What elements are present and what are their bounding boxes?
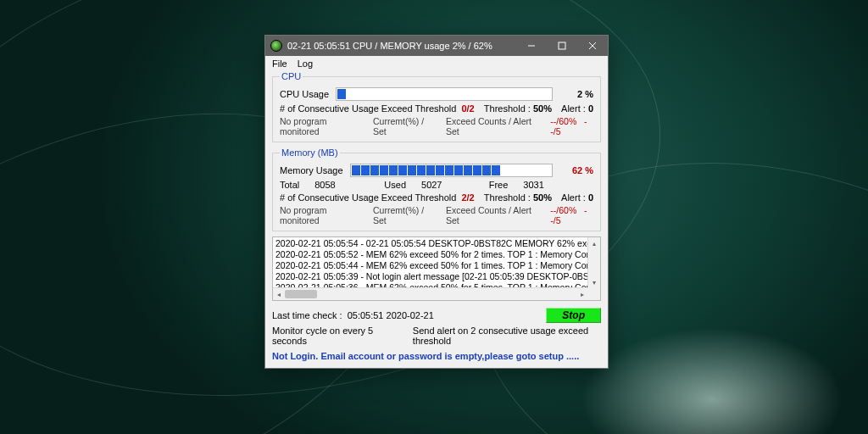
menubar: File Log bbox=[265, 56, 608, 71]
last-check-label: Last time check : bbox=[272, 310, 342, 320]
mem-total-value: 8058 bbox=[314, 180, 335, 190]
log-list[interactable]: 2020-02-21 05:05:54 - 02-21 05:05:54 DES… bbox=[272, 236, 601, 301]
log-line[interactable]: 2020-02-21 05:05:44 - MEM 62% exceed 50%… bbox=[275, 260, 588, 271]
maximize-button[interactable] bbox=[547, 36, 577, 56]
app-icon bbox=[270, 40, 282, 52]
minimize-button[interactable] bbox=[516, 36, 547, 56]
mem-col-exceed: Exceed Counts / Alert Set bbox=[446, 205, 538, 225]
memory-usage-bar bbox=[350, 164, 553, 177]
memory-usage-pct: 62 % bbox=[559, 165, 593, 175]
mem-exceed-count: 2/2 bbox=[461, 192, 474, 203]
mem-set-a: --/60% bbox=[550, 205, 576, 215]
mem-exceed-label: # of Consecutive Usage Exceed Threshold bbox=[280, 192, 456, 203]
cpu-threshold-value: 50% bbox=[533, 103, 552, 114]
log-line[interactable]: 2020-02-21 05:05:52 - MEM 62% exceed 50%… bbox=[275, 249, 588, 260]
cpu-usage-bar bbox=[336, 87, 553, 101]
scroll-down-icon[interactable]: ▾ bbox=[588, 276, 600, 288]
mem-used-value: 5027 bbox=[421, 180, 442, 190]
scroll-left-icon[interactable]: ◂ bbox=[273, 288, 285, 300]
menu-file[interactable]: File bbox=[267, 58, 292, 70]
cpu-col-exceed: Exceed Counts / Alert Set bbox=[446, 116, 538, 136]
mem-no-program: No program monitored bbox=[280, 205, 361, 225]
horizontal-scrollbar[interactable]: ◂ ▸ bbox=[273, 287, 588, 300]
monitor-window: 02-21 05:05:51 CPU / MEMORY usage 2% / 6… bbox=[264, 35, 609, 369]
memory-usage-label: Memory Usage bbox=[280, 165, 343, 175]
log-line[interactable]: 2020-02-21 05:05:54 - 02-21 05:05:54 DES… bbox=[275, 238, 588, 249]
memory-legend: Memory (MB) bbox=[280, 147, 340, 158]
scroll-right-icon[interactable]: ▸ bbox=[576, 288, 588, 300]
close-button[interactable] bbox=[577, 36, 608, 56]
scroll-thumb[interactable] bbox=[285, 290, 317, 298]
cpu-panel: CPU CPU Usage 2 % # of Consecutive Usage… bbox=[272, 71, 601, 142]
cpu-exceed-label: # of Consecutive Usage Exceed Threshold bbox=[280, 103, 456, 114]
cpu-col-current: Curremt(%) / Set bbox=[373, 116, 434, 136]
mem-threshold-value: 50% bbox=[533, 192, 552, 203]
mem-alert-label: Alert : bbox=[561, 192, 586, 203]
titlebar[interactable]: 02-21 05:05:51 CPU / MEMORY usage 2% / 6… bbox=[265, 36, 608, 56]
mem-threshold-label: Threshold : bbox=[484, 192, 531, 203]
memory-panel: Memory (MB) Memory Usage 62 % Total8058 … bbox=[272, 147, 601, 231]
mem-free-label: Free bbox=[489, 180, 509, 190]
cpu-set-a: --/60% bbox=[550, 116, 576, 126]
cpu-usage-label: CPU Usage bbox=[280, 89, 329, 99]
stop-button[interactable]: Stop bbox=[546, 308, 601, 323]
cpu-threshold-label: Threshold : bbox=[484, 103, 531, 114]
mem-used-label: Used bbox=[384, 180, 406, 190]
scroll-corner bbox=[588, 288, 600, 300]
cpu-exceed-count: 0/2 bbox=[461, 103, 474, 114]
vertical-scrollbar[interactable]: ▴ ▾ bbox=[587, 237, 600, 288]
login-status-message: Not Login. Email account or password is … bbox=[272, 351, 601, 361]
cpu-legend: CPU bbox=[280, 71, 303, 81]
cpu-alert-value: 0 bbox=[588, 103, 593, 114]
cpu-usage-pct: 2 % bbox=[559, 89, 593, 99]
mem-total-label: Total bbox=[280, 180, 299, 190]
scroll-up-icon[interactable]: ▴ bbox=[588, 237, 600, 249]
cpu-no-program: No program monitored bbox=[280, 116, 361, 136]
menu-log[interactable]: Log bbox=[292, 58, 318, 70]
mem-col-current: Curremt(%) / Set bbox=[373, 205, 434, 225]
last-check-value: 05:05:51 2020-02-21 bbox=[348, 310, 434, 320]
svg-rect-1 bbox=[559, 42, 565, 49]
mem-free-value: 3031 bbox=[523, 180, 543, 190]
window-title: 02-21 05:05:51 CPU / MEMORY usage 2% / 6… bbox=[287, 41, 516, 51]
cpu-alert-label: Alert : bbox=[561, 103, 586, 114]
send-alert-text: Send alert on 2 consecutive usage exceed… bbox=[413, 326, 601, 346]
mem-alert-value: 0 bbox=[588, 192, 593, 203]
log-line[interactable]: 2020-02-21 05:05:39 - Not login alert me… bbox=[275, 271, 588, 282]
monitor-cycle-text: Monitor cycle on every 5 seconds bbox=[272, 326, 392, 346]
